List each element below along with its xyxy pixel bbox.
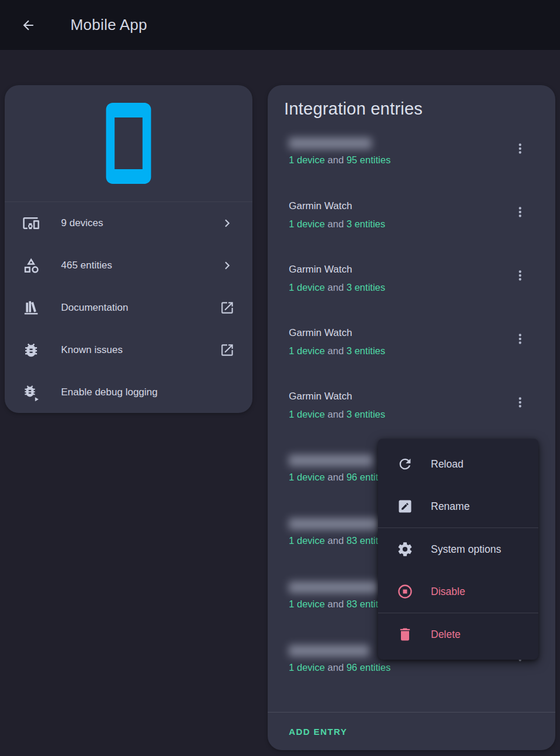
documentation-row[interactable]: Documentation xyxy=(5,287,252,329)
cellphone-icon xyxy=(102,102,156,184)
system-options-icon xyxy=(397,541,413,557)
menu-item-label: Delete xyxy=(431,629,461,641)
open-in-new-icon xyxy=(220,342,235,358)
page-title: Mobile App xyxy=(70,16,147,34)
menu-item-label: Rename xyxy=(431,500,470,513)
entry-device-link[interactable]: 1 device xyxy=(289,219,325,229)
dots-vertical-icon xyxy=(512,141,528,156)
entry-device-link[interactable]: 1 device xyxy=(289,154,325,165)
entry-name-redacted xyxy=(289,455,373,466)
entry-texts: 1 device and 96 entities xyxy=(289,643,390,674)
arrow-left-icon xyxy=(21,18,36,33)
entry-device-link[interactable]: 1 device xyxy=(289,409,325,419)
entry-and-text: and xyxy=(328,154,346,165)
entry-and-text: and xyxy=(328,535,346,546)
menu-item-delete[interactable]: Delete xyxy=(378,613,538,656)
integration-card: 9 devices 465 entities Documentation xyxy=(5,85,252,413)
integration-entry-row: Garmin Watch 1 device and 3 entities xyxy=(268,254,555,317)
chevron-right-icon xyxy=(220,216,235,231)
entry-device-link[interactable]: 1 device xyxy=(289,535,325,546)
entry-and-text: and xyxy=(328,662,346,673)
menu-item-disable[interactable]: Disable xyxy=(378,570,538,613)
dots-vertical-icon xyxy=(512,331,528,347)
entry-entities-link[interactable]: 3 entities xyxy=(346,219,385,229)
entry-name-redacted xyxy=(289,518,380,530)
integration-entry-row: Garmin Watch 1 device and 3 entities xyxy=(268,381,555,444)
entry-entities-link[interactable]: 3 entities xyxy=(346,282,385,293)
add-entry-button[interactable]: ADD ENTRY xyxy=(289,722,352,741)
entry-name: Garmin Watch xyxy=(289,389,385,404)
entry-texts: Garmin Watch 1 device and 3 entities xyxy=(289,389,385,421)
integration-entry-row: 1 device and 95 entities xyxy=(268,127,555,190)
entry-texts: 1 device and 95 entities xyxy=(289,136,390,166)
enable-debug-logging-label: Enable debug logging xyxy=(61,387,235,398)
devices-icon xyxy=(22,214,40,232)
entry-subtitle: 1 device and 3 entities xyxy=(289,281,385,294)
entry-name-redacted xyxy=(289,137,372,149)
entry-menu-button[interactable] xyxy=(508,200,532,224)
entry-and-text: and xyxy=(328,472,346,482)
entry-entities-link[interactable]: 96 entities xyxy=(346,662,390,673)
back-button[interactable] xyxy=(14,11,42,39)
chevron-right-icon xyxy=(220,258,235,273)
integration-info-rows: 9 devices 465 entities Documentation xyxy=(5,201,252,414)
entry-subtitle: 1 device and 3 entities xyxy=(289,344,385,357)
entry-and-text: and xyxy=(328,599,346,609)
entry-texts: 1 device and 83 entities xyxy=(289,580,390,610)
entries-title: Integration entries xyxy=(268,85,555,119)
entry-menu-button[interactable] xyxy=(508,327,532,351)
entry-device-link[interactable]: 1 device xyxy=(289,472,325,482)
rename-icon xyxy=(397,498,413,515)
entry-and-text: and xyxy=(328,345,346,356)
entry-entities-link[interactable]: 3 entities xyxy=(346,409,385,419)
dots-vertical-icon xyxy=(512,268,528,283)
menu-item-reload[interactable]: Reload xyxy=(378,443,538,485)
app-header: Mobile App xyxy=(0,0,560,50)
devices-row-label: 9 devices xyxy=(61,217,220,229)
known-issues-row-label: Known issues xyxy=(61,344,220,356)
entry-context-menu: Reload Rename System options Disable Del… xyxy=(378,439,538,660)
bookshelf-icon xyxy=(22,299,40,317)
delete-icon xyxy=(397,626,413,643)
integration-icon-area xyxy=(5,85,252,201)
entities-row-label: 465 entities xyxy=(61,260,220,271)
entry-entities-link[interactable]: 95 entities xyxy=(346,154,390,165)
menu-item-label: Reload xyxy=(431,458,463,471)
entry-name: Garmin Watch xyxy=(289,199,385,213)
dots-vertical-icon xyxy=(512,204,528,220)
entry-subtitle: 1 device and 3 entities xyxy=(289,217,385,230)
known-issues-row[interactable]: Known issues xyxy=(5,329,252,371)
entry-texts: 1 device and 83 entities xyxy=(289,516,390,547)
integration-entry-row: Garmin Watch 1 device and 3 entities xyxy=(268,317,555,381)
open-in-new-icon xyxy=(220,300,235,315)
entry-subtitle: 1 device and 83 entities xyxy=(289,534,390,547)
entry-name: Garmin Watch xyxy=(289,263,385,277)
menu-item-label: Disable xyxy=(431,586,465,598)
bug-icon xyxy=(22,341,40,359)
entry-menu-button[interactable] xyxy=(508,391,532,414)
entry-menu-button[interactable] xyxy=(508,264,532,287)
entry-device-link[interactable]: 1 device xyxy=(289,599,325,609)
devices-row[interactable]: 9 devices xyxy=(5,202,252,244)
reload-icon xyxy=(397,456,413,472)
entry-subtitle: 1 device and 96 entities xyxy=(289,471,390,483)
enable-debug-logging-row[interactable]: Enable debug logging xyxy=(5,371,252,414)
entities-row[interactable]: 465 entities xyxy=(5,244,252,287)
menu-item-system-options[interactable]: System options xyxy=(378,528,538,570)
bug-play-icon xyxy=(22,384,40,401)
menu-item-rename[interactable]: Rename xyxy=(378,485,538,527)
menu-item-label: System options xyxy=(431,543,501,556)
entry-device-link[interactable]: 1 device xyxy=(289,662,325,673)
entry-name-redacted xyxy=(289,645,369,657)
entry-menu-button[interactable] xyxy=(508,137,532,160)
entry-subtitle: 1 device and 96 entities xyxy=(289,661,390,674)
entry-device-link[interactable]: 1 device xyxy=(289,345,325,356)
entry-subtitle: 1 device and 95 entities xyxy=(289,153,390,166)
entry-subtitle: 1 device and 3 entities xyxy=(289,408,385,421)
entry-texts: 1 device and 96 entities xyxy=(289,453,390,483)
add-entry-row: ADD ENTRY xyxy=(268,712,555,750)
entry-and-text: and xyxy=(328,282,346,293)
dots-vertical-icon xyxy=(512,395,528,410)
entry-device-link[interactable]: 1 device xyxy=(289,282,325,293)
entry-entities-link[interactable]: 3 entities xyxy=(346,345,385,356)
